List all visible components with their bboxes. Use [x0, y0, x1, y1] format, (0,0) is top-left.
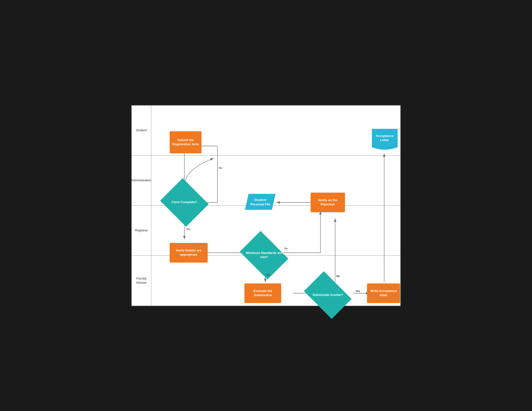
submission-aceitar-label: Submissão Aceitar? — [311, 292, 344, 298]
student-file-svg: Student Personal File — [245, 193, 277, 211]
minimum-standards-label: Minimum Standards are met? — [244, 250, 284, 261]
notify-rejection-label: Notify on the Rejection — [311, 198, 345, 207]
write-acceptance-shape: Write Acceptance letter — [367, 283, 400, 303]
no-label-static-3: No — [336, 274, 340, 277]
yes-label-static-1: Yes — [186, 228, 190, 231]
acceptance-letter-doc: Acceptance Letter — [371, 128, 399, 154]
svg-text:Acceptance: Acceptance — [376, 134, 394, 138]
svg-text:Student: Student — [254, 198, 266, 202]
yes-label-static-2: Yes — [266, 273, 270, 276]
minimum-standards-shape: Minimum Standards are met? — [244, 240, 284, 270]
form-complete-shape: Form Complete? — [166, 186, 203, 218]
form-complete-label: Form Complete? — [170, 199, 198, 206]
write-acceptance-label: Write Acceptance letter — [367, 289, 400, 297]
verify-details-shape: Verify Details are appropriate — [170, 243, 208, 263]
submit-form-label: Submit the Registration form — [170, 138, 202, 146]
submission-aceitar-shape: Submissão Aceitar? — [308, 281, 347, 309]
verify-details-label: Verify Details are appropriate — [170, 249, 208, 257]
lane-registrar-label: Registrar — [132, 206, 151, 255]
notify-rejection-shape: Notify on the Rejection — [311, 193, 345, 212]
no-label-static-1: No — [219, 166, 222, 169]
svg-text:Letter: Letter — [380, 138, 389, 142]
evaluate-submission-label: Evaluate the Submission — [244, 289, 281, 297]
acceptance-letter-svg: Acceptance Letter — [371, 128, 399, 153]
lane-faculty-label: FacultyAdvisor — [132, 256, 151, 305]
diagram-container: Student Administration Registrar Faculty… — [131, 105, 401, 306]
submit-form-shape: Submit the Registration form — [170, 131, 202, 153]
student-file-shape: Student Personal File — [245, 193, 277, 212]
lane-student-label: Student — [132, 106, 151, 155]
lane-administration-label: Administration — [132, 156, 151, 205]
evaluate-submission-shape: Evaluate the Submission — [244, 283, 281, 303]
no-label-static-2: No — [284, 247, 288, 250]
yes-label-static-3: Yes — [356, 290, 360, 292]
svg-text:Personal File: Personal File — [251, 202, 270, 206]
